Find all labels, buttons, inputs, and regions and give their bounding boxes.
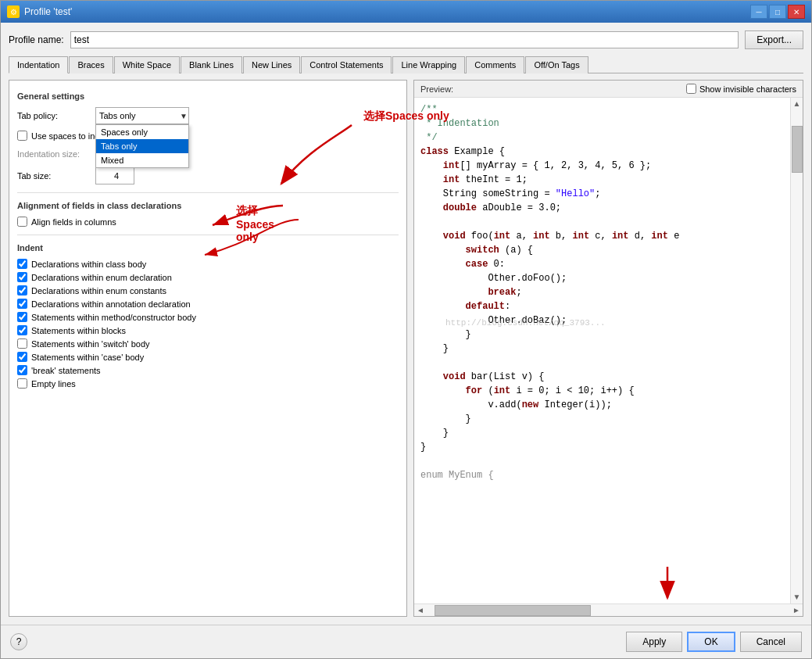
- indent-label-2: Declarations within enum constants: [31, 286, 166, 295]
- vertical-scrollbar[interactable]: ▲ ▼: [790, 98, 803, 603]
- apply-button[interactable]: Apply: [626, 632, 682, 652]
- indent-label-4: Statements within method/constructor bod…: [31, 313, 196, 322]
- code-line: Other.doBaz();: [420, 313, 784, 328]
- code-line: [420, 215, 784, 229]
- code-line: */: [420, 131, 784, 145]
- indent-checkbox-9[interactable]: [17, 378, 27, 389]
- titlebar-buttons: ─ □ ✕: [750, 5, 805, 19]
- code-line: class Example {: [420, 145, 784, 159]
- show-invisible-label: Show invisible characters: [699, 84, 796, 94]
- indent-checkbox-6[interactable]: [17, 338, 27, 349]
- indent-section-title: Indent: [17, 243, 399, 252]
- window-icon: ⚙: [7, 5, 20, 18]
- indent-item-6: Statements within 'switch' body: [17, 338, 399, 349]
- indent-checkbox-1[interactable]: [17, 272, 27, 282]
- scroll-up-arrow[interactable]: ▲: [793, 98, 801, 110]
- indent-item-5: Statements within blocks: [17, 325, 399, 335]
- horizontal-scrollbar-thumb[interactable]: [435, 605, 591, 616]
- footer-bar: ? Apply OK Cancel: [1, 625, 811, 658]
- code-line: * Indentation: [420, 116, 784, 131]
- code-line: int[] myArray = { 1, 2, 3, 4, 5, 6 };: [420, 159, 784, 173]
- general-settings-title: General settings: [17, 91, 399, 101]
- footer-right: Apply OK Cancel: [626, 632, 802, 652]
- indent-item-8: 'break' statements: [17, 365, 399, 375]
- code-line: int theInt = 1;: [420, 173, 784, 187]
- option-tabs-only[interactable]: Tabs only: [96, 139, 188, 153]
- indent-item-2: Declarations within enum constants: [17, 285, 399, 295]
- indent-label-9: Empty lines: [31, 379, 76, 389]
- indent-item-0: Declarations within class body: [17, 259, 399, 269]
- code-and-scroll: /** * Indentation */ class Example { int…: [414, 98, 803, 603]
- tab-white-space[interactable]: White Space: [114, 56, 180, 73]
- indent-item-3: Declarations within annotation declarati…: [17, 299, 399, 309]
- titlebar: ⚙ Profile 'test' ─ □ ✕: [1, 1, 811, 23]
- code-line: double aDouble = 3.0;: [420, 201, 784, 215]
- horizontal-scrollbar[interactable]: ◄ ►: [414, 603, 803, 616]
- tab-comments[interactable]: Comments: [466, 56, 524, 73]
- indent-checkbox-4[interactable]: [17, 312, 27, 322]
- scroll-down-arrow[interactable]: ▼: [793, 591, 801, 603]
- cancel-button[interactable]: Cancel: [740, 632, 802, 652]
- show-invisible-row: Show invisible characters: [686, 84, 796, 94]
- help-button[interactable]: ?: [10, 633, 27, 650]
- code-line: void bar(List v) {: [420, 370, 784, 384]
- indent-label-1: Declarations within enum declaration: [31, 273, 172, 282]
- maximize-button[interactable]: □: [769, 5, 786, 19]
- main-area: General settings Tab policy: ▼ Spaces on…: [9, 80, 803, 617]
- tab-line-wrapping[interactable]: Line Wrapping: [392, 56, 465, 73]
- tab-new-lines[interactable]: New Lines: [243, 56, 300, 73]
- use-spaces-checkbox[interactable]: [17, 131, 27, 141]
- use-spaces-row: Use spaces to indent wrapped lines: [17, 131, 399, 141]
- indent-label-0: Declarations within class body: [31, 260, 146, 269]
- indentation-size-row: Indentation size:: [17, 145, 399, 163]
- export-button[interactable]: Export...: [745, 30, 803, 49]
- code-line: v.add(new Integer(i));: [420, 398, 784, 412]
- align-fields-checkbox[interactable]: [17, 217, 27, 227]
- tab-size-input[interactable]: [95, 167, 134, 184]
- indent-checkbox-5[interactable]: [17, 325, 27, 335]
- left-panel: General settings Tab policy: ▼ Spaces on…: [9, 80, 407, 617]
- indent-label-6: Statements within 'switch' body: [31, 339, 150, 349]
- tab-policy-dropdown[interactable]: ▼ Spaces only Tabs only Mixed: [95, 107, 189, 124]
- tab-policy-input[interactable]: [95, 107, 189, 124]
- code-line: switch (a) {: [420, 243, 784, 257]
- indent-checkbox-7[interactable]: [17, 352, 27, 362]
- scrollbar-thumb[interactable]: [792, 126, 803, 173]
- footer-left: ?: [10, 633, 27, 650]
- indent-checkbox-8[interactable]: [17, 365, 27, 375]
- scroll-left-arrow[interactable]: ◄: [414, 606, 427, 614]
- tab-offon-tags[interactable]: Off/On Tags: [525, 56, 588, 73]
- tab-size-row: Tab size:: [17, 167, 399, 184]
- tab-policy-row: Tab policy: ▼ Spaces only Tabs only Mixe…: [17, 107, 399, 124]
- tab-control-statements[interactable]: Control Statements: [301, 56, 392, 73]
- ok-button[interactable]: OK: [687, 632, 735, 652]
- tab-blank-lines[interactable]: Blank Lines: [181, 56, 242, 73]
- preview-header: Preview: Show invisible characters: [414, 81, 803, 98]
- right-panel: Preview: Show invisible characters /** *…: [413, 80, 803, 617]
- indent-checkbox-2[interactable]: [17, 285, 27, 295]
- indent-item-7: Statements within 'case' body: [17, 352, 399, 362]
- indent-checkbox-3[interactable]: [17, 299, 27, 309]
- show-invisible-checkbox[interactable]: [686, 84, 696, 94]
- code-line: [420, 454, 784, 468]
- profile-name-input[interactable]: [70, 31, 739, 48]
- tab-indentation[interactable]: Indentation: [9, 56, 68, 73]
- code-line: }: [420, 342, 784, 356]
- code-line: default:: [420, 299, 784, 313]
- code-line: }: [420, 426, 784, 440]
- tab-policy-label: Tab policy:: [17, 111, 95, 120]
- close-button[interactable]: ✕: [788, 5, 805, 19]
- profile-name-label: Profile name:: [9, 34, 64, 45]
- code-area[interactable]: /** * Indentation */ class Example { int…: [414, 98, 790, 603]
- profile-row: Profile name: Export...: [9, 30, 803, 49]
- option-spaces-only[interactable]: Spaces only: [96, 125, 188, 139]
- code-line: /**: [420, 102, 784, 116]
- titlebar-left: ⚙ Profile 'test': [7, 5, 72, 18]
- indent-label-5: Statements within blocks: [31, 326, 126, 335]
- option-mixed[interactable]: Mixed: [96, 153, 188, 167]
- indent-checkbox-0[interactable]: [17, 259, 27, 269]
- scroll-right-arrow[interactable]: ►: [790, 606, 803, 614]
- minimize-button[interactable]: ─: [750, 5, 767, 19]
- tab-braces[interactable]: Braces: [69, 56, 113, 73]
- alignment-section-title: Alignment of fields in class declaration…: [17, 201, 399, 210]
